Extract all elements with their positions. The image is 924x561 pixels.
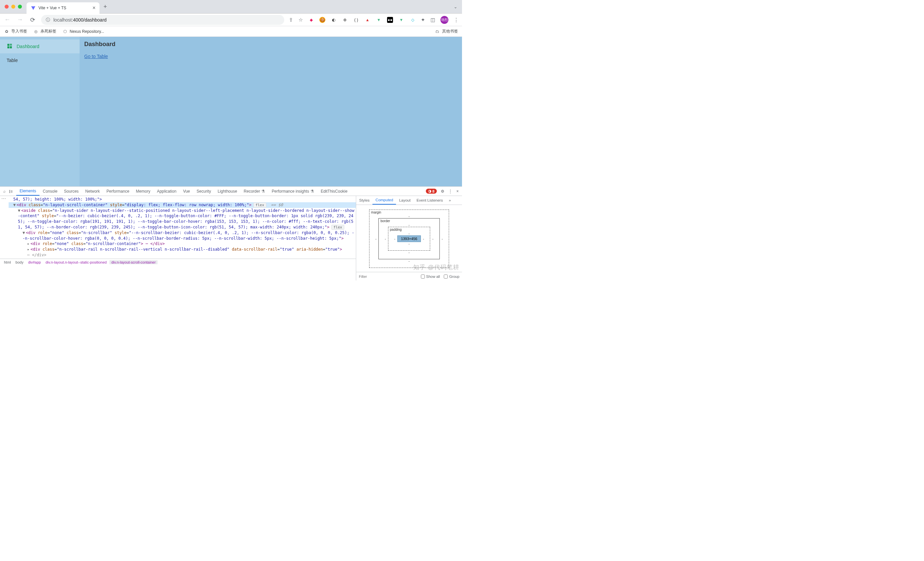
flask-icon: ⚗: [261, 189, 265, 194]
dom-node[interactable]: 54, 57); height: 100%; width: 100%;">: [9, 196, 356, 202]
devtools-tab-perf-insights[interactable]: Performance insights ⚗: [268, 187, 317, 196]
bookmark-star-icon[interactable]: ☆: [298, 17, 303, 23]
extension-icon-3[interactable]: ◐: [331, 17, 337, 23]
styles-tab-styles[interactable]: Styles: [356, 196, 372, 205]
dom-node[interactable]: ▸<div role="none" class="n-scrollbar-con…: [9, 241, 356, 247]
page-title: Dashboard: [84, 41, 458, 48]
target-icon: ◎: [33, 29, 39, 34]
reload-button[interactable]: ⟳: [28, 16, 36, 24]
devtools-tabstrip: ⌕ ⫿⫾ Elements Console Sources Network Pe…: [0, 187, 462, 196]
devtools-tab-vue[interactable]: Vue: [180, 187, 194, 196]
devtools-settings-icon[interactable]: ⚙: [441, 189, 444, 194]
browser-tab[interactable]: Vite + Vue + TS ×: [27, 2, 99, 14]
tab-title: Vite + Vue + TS: [39, 6, 90, 10]
tab-close-icon[interactable]: ×: [93, 5, 96, 10]
dom-node[interactable]: ▼<div role="none" class="n-scrollbar" st…: [9, 230, 356, 242]
devtools-tab-network[interactable]: Network: [82, 187, 103, 196]
forward-button[interactable]: →: [16, 16, 24, 23]
bookmark-kill-tab[interactable]: ◎ 杀死标签: [33, 28, 56, 34]
styles-tab-event-listeners[interactable]: Event Listeners: [414, 196, 446, 205]
extension-icon-7[interactable]: ▼: [376, 17, 382, 23]
devtools-panel: ⌕ ⫿⫾ Elements Console Sources Network Pe…: [0, 186, 462, 280]
breadcrumb-item[interactable]: div.n-layout.n-layout--static-positioned: [44, 260, 108, 264]
elements-panel: ⋯ 54, 57); height: 100%; width: 100%;"> …: [0, 196, 356, 280]
extension-icon-9[interactable]: ◇: [410, 17, 416, 23]
svg-rect-0: [7, 44, 9, 46]
extension-icon-4[interactable]: ⊕: [342, 17, 348, 23]
flask-icon: ⚗: [310, 189, 314, 194]
dom-node[interactable]: ⋯ </div>: [9, 252, 356, 258]
devtools-tab-console[interactable]: Console: [39, 187, 61, 196]
browser-toolbar: ← → ⟳ ⓘ localhost:4000/dashboard ⇪ ☆ ◆ 🍪…: [0, 14, 462, 26]
extension-icon-2[interactable]: 🍪: [320, 17, 326, 23]
show-all-checkbox[interactable]: Show all: [421, 274, 440, 279]
go-to-table-link[interactable]: Go to Table: [84, 54, 108, 59]
close-window-button[interactable]: [4, 4, 9, 9]
address-bar[interactable]: ⓘ localhost:4000/dashboard: [41, 15, 284, 25]
devtools-tab-lighthouse[interactable]: Lighthouse: [214, 187, 240, 196]
inspect-element-icon[interactable]: ⌕: [3, 189, 6, 194]
bookmark-import[interactable]: ✿ 导入书签: [4, 28, 27, 34]
styles-tab-more-icon[interactable]: »: [446, 196, 454, 205]
devtools-tab-elements[interactable]: Elements: [16, 187, 39, 196]
maximize-window-button[interactable]: [18, 4, 22, 9]
svg-rect-4: [10, 46, 12, 48]
tabstrip-chevron-icon[interactable]: ⌄: [449, 4, 462, 9]
extension-icon-6[interactable]: ▲: [364, 17, 370, 23]
devtools-tab-performance[interactable]: Performance: [103, 187, 133, 196]
box-model-content: 1393×456: [398, 236, 421, 242]
app-sidebar: Dashboard Table: [0, 37, 80, 186]
devtools-tab-recorder[interactable]: Recorder ⚗: [240, 187, 268, 196]
extension-icon-5[interactable]: ( ): [353, 17, 359, 23]
sidebar-label: Dashboard: [16, 44, 39, 49]
menu-kebab-icon[interactable]: ⋮: [454, 17, 459, 23]
filter-input[interactable]: [359, 274, 417, 279]
dom-overflow-icon[interactable]: ⋯: [2, 196, 6, 201]
group-checkbox[interactable]: Group: [444, 274, 459, 279]
devtools-tab-application[interactable]: Application: [153, 187, 180, 196]
extension-icon-1[interactable]: ◆: [308, 17, 314, 23]
bookmark-bar: ✿ 导入书签 ◎ 杀死标签 ⬡ Nexus Repository... 🗀 其他…: [0, 26, 462, 37]
other-bookmarks-button[interactable]: 🗀 其他书签: [435, 28, 458, 34]
back-button[interactable]: ←: [3, 16, 11, 23]
dom-node-selected[interactable]: ▼<div class="n-layout-scroll-container" …: [9, 202, 356, 208]
box-model-diagram[interactable]: margin - - border - - padding: [356, 205, 462, 272]
vite-favicon-icon: [30, 5, 36, 10]
breadcrumb-item[interactable]: div#app: [26, 260, 43, 264]
side-panel-icon[interactable]: ◫: [430, 17, 435, 23]
svg-rect-2: [10, 45, 12, 46]
devtools-close-icon[interactable]: ×: [456, 189, 459, 194]
breadcrumb-item-selected[interactable]: div.n-layout-scroll-container: [110, 260, 158, 264]
folder-icon: 🗀: [435, 29, 440, 34]
dom-tree[interactable]: 54, 57); height: 100%; width: 100%;"> ▼<…: [0, 196, 356, 259]
devtools-tab-security[interactable]: Security: [194, 187, 214, 196]
hex-icon: ⬡: [62, 29, 68, 34]
devtools-menu-icon[interactable]: ⋮: [448, 189, 452, 194]
sidebar-item-table[interactable]: Table: [0, 53, 80, 67]
styles-tab-layout[interactable]: Layout: [396, 196, 414, 205]
window-controls: [0, 4, 27, 9]
dom-node[interactable]: ▼<aside class="n-layout-sider n-layout-s…: [9, 208, 356, 230]
dom-node[interactable]: ▸<div class="n-scrollbar-rail n-scrollba…: [9, 247, 356, 252]
dom-breadcrumb: html body div#app div.n-layout.n-layout-…: [0, 259, 356, 266]
devtools-tab-sources[interactable]: Sources: [61, 187, 82, 196]
profile-avatar[interactable]: 培烈: [441, 16, 448, 24]
dashboard-icon: [7, 43, 13, 50]
device-toggle-icon[interactable]: ⫿⫾: [9, 189, 13, 194]
extensions-puzzle-icon[interactable]: ✦: [421, 17, 425, 23]
minimize-window-button[interactable]: [11, 4, 15, 9]
window-titlebar: Vite + Vue + TS × + ⌄: [0, 0, 462, 14]
extension-icon-8[interactable]: ●●: [387, 17, 393, 23]
styles-tab-computed[interactable]: Computed: [372, 196, 396, 205]
new-tab-button[interactable]: +: [99, 3, 111, 10]
devtools-tab-memory[interactable]: Memory: [133, 187, 153, 196]
sidebar-item-dashboard[interactable]: Dashboard: [0, 39, 80, 53]
breadcrumb-item[interactable]: body: [14, 260, 26, 264]
extension-vue-icon[interactable]: ▼: [398, 17, 404, 23]
share-icon[interactable]: ⇪: [289, 17, 293, 23]
bookmark-nexus[interactable]: ⬡ Nexus Repository...: [62, 29, 104, 34]
breadcrumb-item[interactable]: html: [2, 260, 13, 264]
devtools-tab-editthiscookie[interactable]: EditThisCookie: [317, 187, 351, 196]
error-badge[interactable]: ◑ 8: [426, 189, 437, 194]
site-info-icon[interactable]: ⓘ: [46, 17, 50, 23]
